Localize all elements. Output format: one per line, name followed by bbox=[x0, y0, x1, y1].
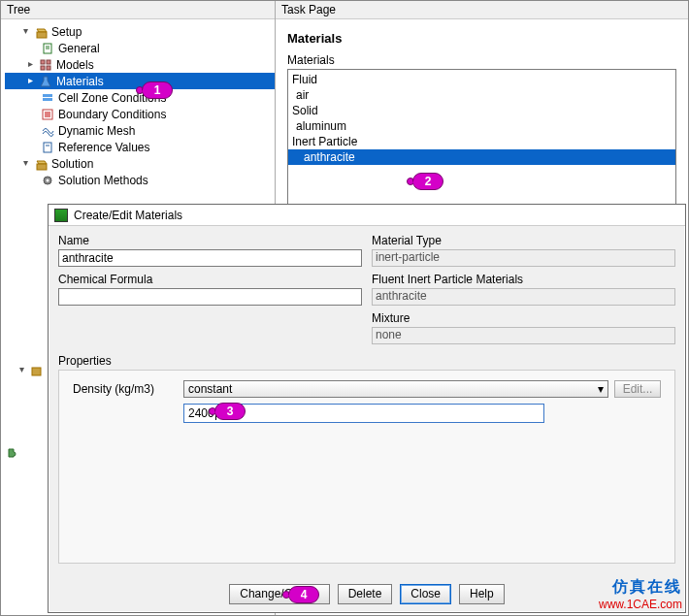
combo-value: constant bbox=[188, 382, 232, 396]
watermark-text: 仿真在线 bbox=[599, 577, 682, 598]
svg-rect-13 bbox=[44, 143, 51, 152]
box-icon bbox=[33, 24, 49, 40]
page-icon bbox=[40, 140, 55, 155]
tree-node-setup[interactable]: ▾ Setup bbox=[5, 23, 275, 40]
name-input[interactable] bbox=[58, 249, 362, 267]
app-icon bbox=[54, 209, 68, 222]
collapse-icon[interactable]: ▾ bbox=[20, 158, 31, 169]
tree-label: Solution bbox=[51, 157, 93, 171]
tree-label: Materials bbox=[56, 75, 104, 88]
formula-input[interactable] bbox=[58, 288, 362, 306]
svg-rect-12 bbox=[45, 112, 50, 117]
material-item-aluminum[interactable]: aluminum bbox=[288, 118, 675, 134]
svg-rect-16 bbox=[37, 164, 47, 170]
dialog-titlebar[interactable]: Create/Edit Materials bbox=[49, 205, 685, 226]
fluent-label: Fluent Inert Particle Materials bbox=[372, 273, 675, 286]
tree-header: Tree bbox=[1, 1, 275, 19]
tree-label: Reference Values bbox=[58, 141, 150, 154]
dialog-title: Create/Edit Materials bbox=[74, 209, 182, 222]
box-icon bbox=[28, 363, 43, 378]
mixture-field: none bbox=[372, 327, 675, 344]
expand-icon[interactable]: ▸ bbox=[25, 76, 36, 86]
properties-label: Properties bbox=[58, 354, 675, 368]
svg-rect-7 bbox=[41, 66, 45, 70]
type-combo[interactable]: inert-particle bbox=[372, 249, 675, 267]
close-button[interactable]: Close bbox=[400, 584, 451, 604]
help-button[interactable]: Help bbox=[459, 584, 505, 604]
density-method-combo[interactable]: constant ▾ bbox=[183, 380, 608, 398]
callout-bubble: 3 bbox=[214, 403, 246, 420]
delete-button[interactable]: Delete bbox=[338, 584, 393, 604]
tree: ▾ Setup General ▸ Models ▸ Materials Cel… bbox=[1, 19, 275, 188]
tree-label: Models bbox=[56, 58, 94, 72]
grid-icon bbox=[38, 57, 53, 73]
properties-group: Density (kg/m3) constant ▾ Edit... 2400 bbox=[58, 370, 675, 564]
density-label: Density (kg/m3) bbox=[73, 382, 178, 396]
mesh-icon bbox=[40, 123, 55, 139]
group-inert[interactable]: Inert Particle bbox=[288, 134, 675, 149]
tree-label: Boundary Conditions bbox=[58, 108, 166, 121]
tree-node-models[interactable]: ▸ Models bbox=[5, 56, 275, 73]
material-item-anthracite[interactable]: anthracite bbox=[288, 149, 675, 165]
callout-1: 1 bbox=[136, 81, 173, 99]
layers-icon bbox=[40, 90, 55, 106]
group-solid[interactable]: Solid bbox=[288, 103, 675, 118]
create-edit-materials-dialog: Create/Edit Materials Name Chemical Form… bbox=[48, 204, 686, 613]
svg-rect-9 bbox=[43, 94, 52, 97]
watermark: 仿真在线 www.1CAE.com bbox=[599, 577, 682, 611]
edit-button[interactable]: Edit... bbox=[614, 380, 661, 398]
watermark-url: www.1CAE.com bbox=[599, 598, 682, 611]
tree-label: Solution Methods bbox=[58, 174, 148, 187]
callout-bubble: 2 bbox=[412, 173, 443, 190]
callout-3: 3 bbox=[209, 403, 246, 420]
formula-label: Chemical Formula bbox=[58, 273, 362, 286]
materials-listbox[interactable]: Fluid air Solid aluminum Inert Particle … bbox=[287, 69, 676, 205]
material-item-air[interactable]: air bbox=[288, 87, 675, 103]
page-icon bbox=[40, 41, 55, 56]
type-label: Material Type bbox=[372, 234, 675, 247]
tree-label: General bbox=[58, 42, 100, 55]
expand-icon[interactable]: ▸ bbox=[25, 59, 36, 70]
svg-rect-6 bbox=[47, 60, 50, 64]
dialog-button-bar: Change/Create Delete Close Help bbox=[49, 584, 685, 604]
puzzle-icon bbox=[5, 445, 20, 461]
svg-rect-10 bbox=[43, 98, 52, 101]
tree-label: Setup bbox=[51, 25, 82, 39]
svg-point-18 bbox=[47, 178, 49, 181]
box-icon bbox=[33, 156, 49, 172]
task-title: Materials bbox=[287, 31, 676, 46]
name-label: Name bbox=[58, 234, 362, 247]
boundary-icon bbox=[40, 107, 55, 122]
tree-node-boundary[interactable]: Boundary Conditions bbox=[5, 106, 275, 122]
callout-bubble: 1 bbox=[142, 81, 173, 99]
task-header: Task Page bbox=[276, 1, 688, 19]
tree-node-dynamicmesh[interactable]: Dynamic Mesh bbox=[5, 122, 275, 139]
svg-rect-1 bbox=[37, 32, 47, 38]
tree-node-reference[interactable]: Reference Values bbox=[5, 139, 275, 155]
svg-rect-5 bbox=[41, 60, 45, 64]
gear-icon bbox=[40, 173, 55, 188]
callout-2: 2 bbox=[407, 173, 443, 190]
chevron-down-icon: ▾ bbox=[598, 382, 604, 396]
tree-label: Dynamic Mesh bbox=[58, 124, 135, 138]
collapse-icon[interactable]: ▾ bbox=[16, 365, 26, 375]
tree-node-methods[interactable]: Solution Methods bbox=[5, 172, 275, 188]
fluent-combo[interactable]: anthracite bbox=[372, 288, 675, 306]
callout-bubble: 4 bbox=[288, 586, 319, 603]
svg-rect-8 bbox=[47, 66, 50, 70]
materials-label: Materials bbox=[287, 53, 676, 67]
tree-node-general[interactable]: General bbox=[5, 40, 275, 56]
group-fluid[interactable]: Fluid bbox=[288, 72, 675, 87]
mixture-label: Mixture bbox=[372, 311, 675, 325]
collapse-icon[interactable]: ▾ bbox=[20, 26, 31, 37]
flask-icon bbox=[38, 74, 53, 89]
tree-node-solution[interactable]: ▾ Solution bbox=[5, 155, 275, 172]
svg-rect-19 bbox=[32, 368, 41, 375]
tree-stub: ▾ bbox=[3, 362, 46, 461]
callout-4: 4 bbox=[282, 586, 319, 603]
